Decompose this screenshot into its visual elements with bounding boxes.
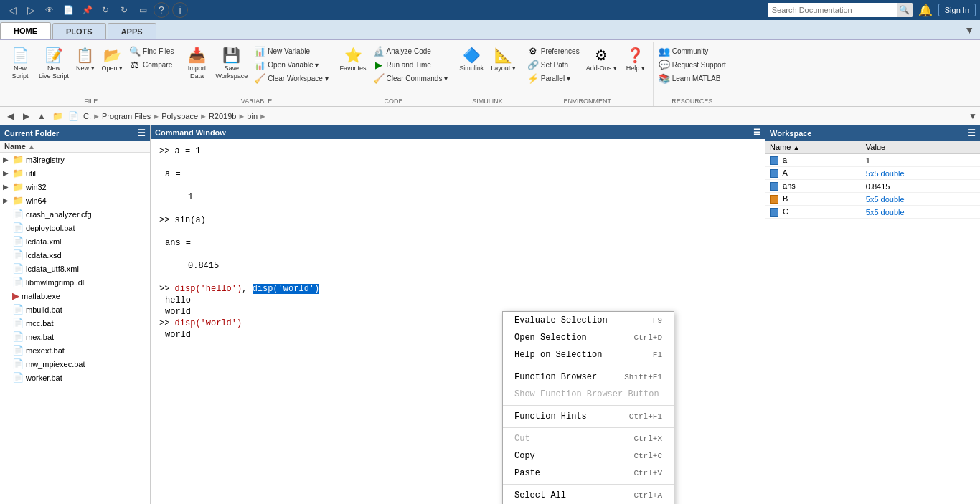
list-item[interactable]: 📄 libmwlmgrimpl.dll: [0, 275, 150, 289]
add-ons-button[interactable]: ⚙ Add-Ons ▾: [583, 44, 620, 75]
nav-refresh-btn[interactable]: 📄: [66, 109, 80, 123]
help-button[interactable]: ❓ Help ▾: [621, 44, 650, 75]
list-item[interactable]: ▶ 📁 util: [0, 166, 150, 180]
search-input[interactable]: [768, 3, 897, 17]
favorites-button[interactable]: ⭐ Favorites: [337, 44, 369, 75]
addr-down-icon[interactable]: ▼: [969, 111, 977, 121]
layout-label: Layout ▾: [491, 65, 516, 72]
clear-commands-button[interactable]: 🧹 Clear Commands ▾: [371, 72, 451, 85]
list-item[interactable]: ▶ matlab.exe: [0, 289, 150, 303]
tab-plots[interactable]: PLOTS: [52, 23, 106, 39]
learn-matlab-button[interactable]: 📚 Learn MATLAB: [656, 72, 728, 85]
list-item[interactable]: ▶ 📁 m3iregistry: [0, 153, 150, 166]
table-row[interactable]: a 1: [765, 154, 980, 167]
toolbar-btn2[interactable]: 📄: [60, 2, 76, 18]
table-row[interactable]: B 5x5 double: [765, 193, 980, 206]
file-icon: 📄: [12, 358, 24, 369]
toolbar-btn5[interactable]: ↻: [116, 2, 132, 18]
compare-button[interactable]: ⚖ Compare: [127, 58, 176, 71]
ctx-function-hints[interactable]: Function Hints Ctrl+F1: [503, 408, 674, 425]
ctx-open-selection[interactable]: Open Selection Ctrl+D: [503, 329, 674, 346]
search-icon[interactable]: 🔍: [897, 3, 913, 17]
path-bin[interactable]: bin: [247, 112, 258, 120]
list-item[interactable]: ▶ 📁 win32: [0, 180, 150, 194]
sign-in-button[interactable]: Sign In: [938, 4, 976, 16]
new-script-button[interactable]: 📄 NewScript: [6, 44, 34, 82]
toolbar-btn3[interactable]: 📌: [79, 2, 95, 18]
nav-forward-btn[interactable]: ▶: [19, 109, 33, 123]
current-folder-menu-icon[interactable]: ☰: [137, 128, 146, 138]
parallel-button[interactable]: ⚡ Parallel ▾: [525, 72, 582, 85]
nav-browse-btn[interactable]: 📁: [50, 109, 65, 123]
file-icon: 📄: [12, 331, 24, 342]
toolbar-btn4[interactable]: ↻: [98, 2, 113, 18]
ws-col-name[interactable]: Name ▲: [765, 141, 862, 154]
list-item[interactable]: 📄 mcc.bat: [0, 316, 150, 330]
ctx-evaluate-selection[interactable]: Evaluate Selection F9: [503, 312, 674, 329]
set-path-button[interactable]: 🔗 Set Path: [525, 58, 582, 71]
new-variable-button[interactable]: 📊 New Variable: [252, 44, 330, 57]
path-polyspace[interactable]: Polyspace: [161, 112, 198, 120]
new-dropdown-button[interactable]: 📋 New ▾: [73, 44, 98, 75]
list-item[interactable]: 📄 worker.bat: [0, 371, 150, 384]
notification-icon[interactable]: 🔔: [918, 4, 933, 17]
list-item[interactable]: 📄 mex.bat: [0, 330, 150, 343]
tab-home[interactable]: HOME: [0, 22, 51, 39]
open-button[interactable]: 📂 Open ▾: [99, 44, 126, 75]
help-icon[interactable]: ?: [154, 2, 169, 18]
ctx-copy[interactable]: Copy Ctrl+C: [503, 447, 674, 465]
command-window-body[interactable]: >> a = 1 a = 1 >> sin(a) ans = 0.8415 >>…: [151, 139, 765, 504]
toolbar-btn6[interactable]: ▭: [135, 2, 151, 18]
layout-button[interactable]: 📐 Layout ▾: [488, 44, 519, 75]
open-variable-label: Open Variable ▾: [268, 61, 319, 69]
ctx-select-all[interactable]: Select All Ctrl+A: [503, 487, 674, 504]
back-btn[interactable]: ◁: [4, 2, 20, 18]
list-item[interactable]: 📄 lcdata_utf8.xml: [0, 262, 150, 275]
info-icon[interactable]: i: [172, 2, 188, 18]
import-data-button[interactable]: 📥 ImportData: [182, 44, 211, 82]
ribbon-minimize[interactable]: ▼: [958, 22, 980, 38]
context-menu: Evaluate Selection F9 Open Selection Ctr…: [502, 311, 674, 504]
ctx-paste[interactable]: Paste Ctrl+V: [503, 465, 674, 482]
list-item[interactable]: 📄 deploytool.bat: [0, 221, 150, 234]
forward-btn[interactable]: ▷: [23, 2, 39, 18]
path-c[interactable]: C:: [83, 112, 91, 120]
list-item[interactable]: ▶ 📁 win64: [0, 194, 150, 207]
table-row[interactable]: C 5x5 double: [765, 206, 980, 219]
toolbar-btn1[interactable]: 👁: [42, 2, 57, 18]
save-workspace-button[interactable]: 💾 SaveWorkspace: [212, 44, 250, 82]
list-item[interactable]: 📄 mexext.bat: [0, 343, 150, 357]
community-button[interactable]: 👥 Community: [656, 44, 728, 57]
cmd-menu-icon[interactable]: ☰: [753, 128, 760, 137]
clear-workspace-button[interactable]: 🧹 Clear Workspace ▾: [252, 72, 330, 85]
ws-col-value[interactable]: Value: [862, 141, 980, 154]
find-files-button[interactable]: 🔍 Find Files: [127, 44, 176, 57]
ribbon-group-code: ⭐ Favorites 🔬 Analyze Code ▶ Run and Tim…: [334, 42, 454, 106]
ws-var-value: 1: [862, 154, 980, 167]
nav-back-btn[interactable]: ◀: [3, 109, 17, 123]
list-item[interactable]: 📄 lcdata.xml: [0, 234, 150, 248]
analyze-code-button[interactable]: 🔬 Analyze Code: [371, 44, 451, 57]
nav-up-btn[interactable]: ▲: [34, 109, 49, 123]
table-row[interactable]: A 5x5 double: [765, 167, 980, 180]
preferences-button[interactable]: ⚙ Preferences: [525, 44, 582, 57]
workspace-menu-icon[interactable]: ☰: [967, 128, 976, 138]
new-live-script-button[interactable]: 📝 NewLive Script: [36, 44, 72, 82]
list-item[interactable]: 📄 crash_analyzer.cfg: [0, 207, 150, 221]
ctx-function-browser[interactable]: Function Browser Shift+F1: [503, 369, 674, 386]
favorites-label: Favorites: [340, 65, 367, 72]
clear-workspace-icon: 🧹: [254, 72, 265, 84]
tab-apps[interactable]: APPS: [108, 23, 156, 39]
ctx-help-on-selection[interactable]: Help on Selection F1: [503, 346, 674, 363]
table-row[interactable]: ans 0.8415: [765, 180, 980, 193]
request-support-button[interactable]: 💬 Request Support: [656, 58, 728, 71]
simulink-button[interactable]: 🔷 Simulink: [456, 44, 486, 75]
list-item[interactable]: 📄 mbuild.bat: [0, 303, 150, 316]
tree-item-label: win64: [26, 196, 47, 205]
path-r2019b[interactable]: R2019b: [209, 112, 237, 120]
list-item[interactable]: 📄 mw_mpiexec.bat: [0, 357, 150, 371]
open-variable-button[interactable]: 📊 Open Variable ▾: [252, 58, 330, 71]
run-and-time-button[interactable]: ▶ Run and Time: [371, 58, 451, 71]
path-programfiles[interactable]: Program Files: [102, 112, 151, 120]
list-item[interactable]: 📄 lcdata.xsd: [0, 248, 150, 262]
